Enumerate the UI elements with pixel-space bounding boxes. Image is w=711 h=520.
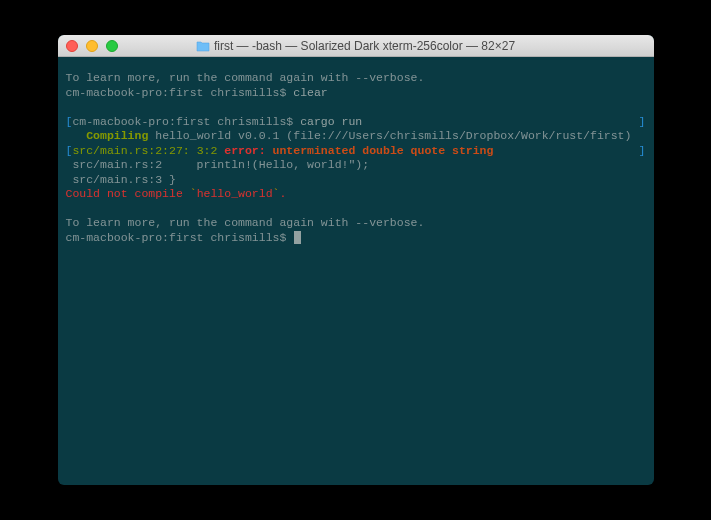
prompt: cm-macbook-pro:first chrismills$ — [72, 115, 300, 128]
output-line: To learn more, run the command again wit… — [66, 216, 646, 231]
traffic-lights — [66, 40, 118, 52]
prompt-line: [cm-macbook-pro:first chrismills$ cargo … — [66, 115, 646, 130]
error-line: [src/main.rs:2:27: 3:2 error: unterminat… — [66, 144, 646, 159]
error-message: unterminated double quote string — [266, 144, 494, 157]
blank-line — [66, 100, 646, 115]
cursor-icon — [294, 231, 301, 244]
titlebar[interactable]: first — -bash — Solarized Dark xterm-256… — [58, 35, 654, 57]
bracket: ] — [639, 115, 646, 130]
source-line: src/main.rs:2 println!(Hello, world!"); — [66, 158, 646, 173]
window-title-text: first — -bash — Solarized Dark xterm-256… — [214, 39, 515, 53]
source-line: src/main.rs:3 } — [66, 173, 646, 188]
prompt-line: cm-macbook-pro:first chrismills$ — [66, 231, 646, 246]
bracket: ] — [639, 144, 646, 159]
close-icon[interactable] — [66, 40, 78, 52]
folder-icon — [196, 40, 210, 52]
source-location: src/main.rs:2:27: 3:2 — [72, 144, 224, 157]
period: . — [279, 187, 286, 200]
compiling-details: hello_world v0.0.1 (file:///Users/chrism… — [148, 129, 631, 142]
package-name: hello_world — [197, 187, 273, 200]
error-label: error: — [224, 144, 265, 157]
prompt: cm-macbook-pro:first chrismills$ — [66, 86, 294, 99]
compiling-label: Compiling — [66, 129, 149, 142]
command-text: cargo run — [300, 115, 362, 128]
prompt: cm-macbook-pro:first chrismills$ — [66, 231, 294, 244]
output-line: To learn more, run the command again wit… — [66, 71, 646, 86]
window-title: first — -bash — Solarized Dark xterm-256… — [58, 39, 654, 53]
could-not-compile: Could not compile — [66, 187, 190, 200]
compiling-line: Compiling hello_world v0.0.1 (file:///Us… — [66, 129, 646, 144]
zoom-icon[interactable] — [106, 40, 118, 52]
minimize-icon[interactable] — [86, 40, 98, 52]
prompt-line: cm-macbook-pro:first chrismills$ clear — [66, 86, 646, 101]
backtick: ` — [190, 187, 197, 200]
terminal-window: first — -bash — Solarized Dark xterm-256… — [58, 35, 654, 485]
command-text: clear — [293, 86, 328, 99]
terminal-output[interactable]: To learn more, run the command again wit… — [58, 57, 654, 485]
error-summary: Could not compile `hello_world`. — [66, 187, 646, 202]
blank-line — [66, 202, 646, 217]
